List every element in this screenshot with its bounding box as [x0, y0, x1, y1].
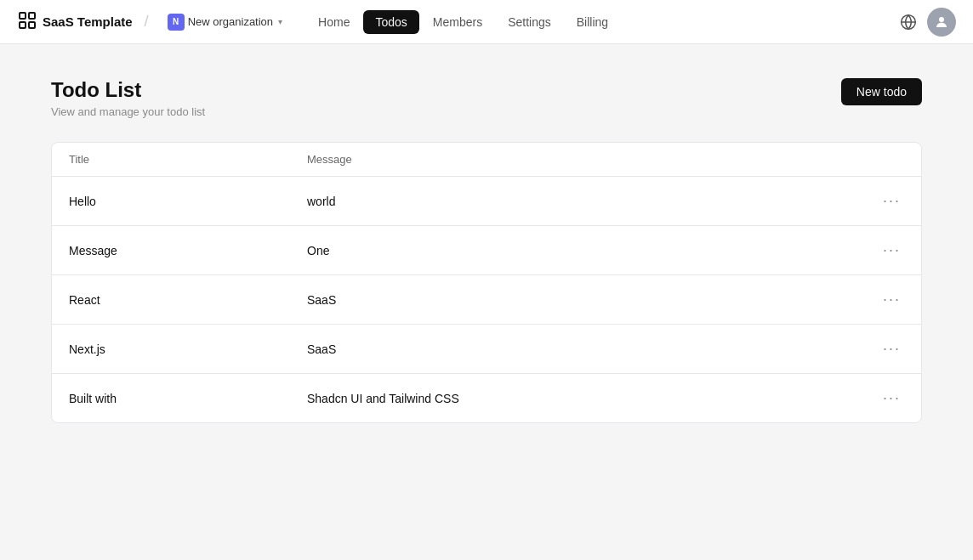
todo-title: React — [52, 275, 290, 325]
svg-rect-1 — [29, 13, 35, 19]
org-name: New organization — [188, 15, 273, 28]
todo-actions-cell: ··· — [859, 177, 921, 226]
org-icon: N — [168, 14, 185, 31]
col-header-message: Message — [290, 143, 859, 177]
nav-link-billing[interactable]: Billing — [565, 10, 620, 34]
table-head: Title Message — [52, 143, 921, 177]
brand-name: SaaS Template — [43, 14, 133, 29]
table-header-row: Title Message — [52, 143, 921, 177]
page-header: Todo List View and manage your todo list… — [51, 78, 922, 118]
todo-actions-button[interactable]: ··· — [876, 189, 908, 213]
todo-title: Message — [52, 226, 290, 275]
todo-actions-button[interactable]: ··· — [876, 287, 908, 312]
page-title: Todo List — [51, 78, 205, 102]
todo-message: One — [290, 226, 859, 275]
logo-icon — [17, 10, 37, 33]
table-row: Hello world ··· — [52, 177, 921, 226]
table-row: Message One ··· — [52, 226, 921, 275]
org-switcher[interactable]: N New organization ▾ — [161, 10, 289, 34]
nav-links: Home Todos Members Settings Billing — [306, 10, 620, 34]
svg-rect-2 — [20, 22, 26, 28]
nav-link-members[interactable]: Members — [421, 10, 494, 34]
globe-icon[interactable] — [900, 14, 917, 31]
org-initial: N — [173, 17, 179, 26]
todo-title: Next.js — [52, 325, 290, 374]
todo-message: world — [290, 177, 859, 226]
svg-point-6 — [939, 17, 944, 22]
nav-link-todos[interactable]: Todos — [363, 10, 418, 34]
todo-table: Title Message Hello world ··· Message On… — [52, 143, 921, 422]
chevron-down-icon: ▾ — [278, 17, 282, 26]
nav-right — [900, 8, 956, 37]
todo-actions-cell: ··· — [859, 374, 921, 423]
todo-actions-cell: ··· — [859, 226, 921, 275]
nav-link-settings[interactable]: Settings — [496, 10, 563, 34]
todo-message: SaaS — [290, 275, 859, 325]
todo-message: Shadcn UI and Tailwind CSS — [290, 374, 859, 423]
table-row: React SaaS ··· — [52, 275, 921, 325]
todo-actions-button[interactable]: ··· — [876, 238, 908, 263]
navbar: SaaS Template / N New organization ▾ Hom… — [0, 0, 973, 44]
todo-actions-cell: ··· — [859, 275, 921, 325]
todo-actions-button[interactable]: ··· — [876, 337, 908, 361]
todo-title: Hello — [52, 177, 290, 226]
col-header-actions — [859, 143, 921, 177]
page-main: Todo List View and manage your todo list… — [0, 44, 973, 457]
todo-actions-cell: ··· — [859, 325, 921, 374]
table-row: Built with Shadcn UI and Tailwind CSS ··… — [52, 374, 921, 423]
table-body: Hello world ··· Message One ··· React Sa… — [52, 177, 921, 423]
page-title-block: Todo List View and manage your todo list — [51, 78, 205, 118]
svg-rect-0 — [20, 13, 26, 19]
todo-title: Built with — [52, 374, 290, 423]
new-todo-button[interactable]: New todo — [841, 78, 922, 105]
col-header-title: Title — [52, 143, 290, 177]
todo-table-container: Title Message Hello world ··· Message On… — [51, 142, 922, 423]
todo-actions-button[interactable]: ··· — [876, 386, 908, 410]
todo-message: SaaS — [290, 325, 859, 374]
table-row: Next.js SaaS ··· — [52, 325, 921, 374]
brand-logo[interactable]: SaaS Template — [17, 10, 133, 33]
page-subtitle: View and manage your todo list — [51, 105, 205, 118]
nav-link-home[interactable]: Home — [306, 10, 361, 34]
svg-rect-3 — [29, 22, 35, 28]
user-avatar[interactable] — [927, 8, 956, 37]
nav-divider: / — [145, 13, 149, 31]
